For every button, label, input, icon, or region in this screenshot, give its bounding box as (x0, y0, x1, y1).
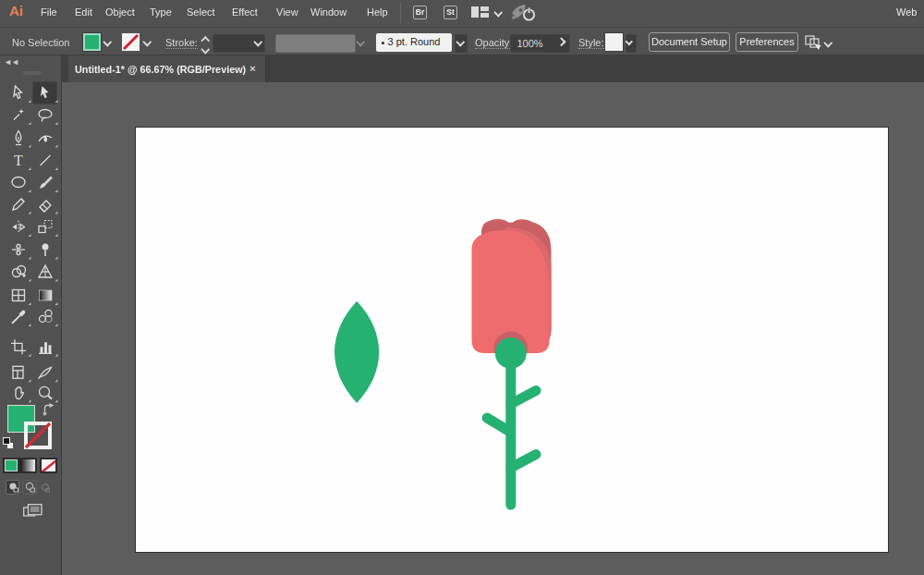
svg-text:T: T (14, 153, 23, 168)
